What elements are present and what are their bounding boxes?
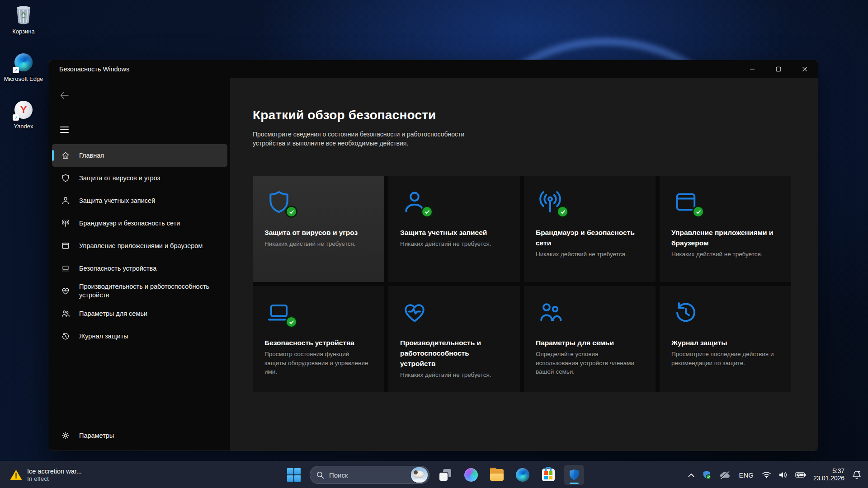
main-content: Краткий обзор безопасности Просмотрите с… bbox=[230, 78, 818, 450]
windows-security-button[interactable] bbox=[564, 465, 584, 485]
sidebar-item-home[interactable]: Главная bbox=[52, 144, 227, 167]
edge-icon: ↗ bbox=[13, 52, 34, 73]
apps-icon bbox=[671, 188, 701, 217]
sidebar-item-laptop[interactable]: Безопасность устройства bbox=[52, 257, 227, 280]
tray-overflow-chevron[interactable] bbox=[686, 466, 696, 484]
security-card-shield[interactable]: Защита от вирусов и угрозНикаких действи… bbox=[253, 176, 384, 282]
page-title: Краткий обзор безопасности bbox=[253, 108, 818, 122]
security-card-apps[interactable]: Управление приложениями и браузеромНикак… bbox=[660, 176, 791, 282]
microsoft-store-button[interactable] bbox=[538, 465, 558, 485]
system-tray: ENG 5:37 23.01.2026 bbox=[686, 461, 863, 488]
shortcut-arrow-icon: ↗ bbox=[13, 67, 19, 73]
desktop-icon-yandex[interactable]: Y ↗ Yandex bbox=[3, 99, 44, 130]
desktop-icon-recycle-bin[interactable]: Корзина bbox=[3, 5, 44, 35]
sidebar-item-label: Защита от вирусов и угроз bbox=[79, 174, 160, 183]
maximize-button[interactable] bbox=[765, 60, 792, 78]
start-button[interactable] bbox=[284, 465, 304, 485]
search-highlight-image[interactable] bbox=[411, 467, 428, 483]
clock[interactable]: 5:37 23.01.2026 bbox=[811, 468, 846, 483]
edge-icon bbox=[516, 468, 529, 482]
card-title: Журнал защиты bbox=[671, 338, 774, 348]
page-description: Просмотрите сведения о состоянии безопас… bbox=[253, 130, 469, 148]
desktop-icon-microsoft-edge[interactable]: ↗ Microsoft Edge bbox=[3, 52, 44, 82]
security-card-person[interactable]: Защита учетных записейНикаких действий н… bbox=[388, 176, 520, 282]
task-view-button[interactable] bbox=[435, 465, 455, 485]
security-card-history[interactable]: Журнал защитыПросмотрите последние дейст… bbox=[660, 286, 791, 392]
card-subtitle: Никаких действий не требуется. bbox=[400, 239, 504, 249]
sidebar-item-family[interactable]: Параметры для семьи bbox=[52, 302, 227, 325]
window-title: Безопасность Windows bbox=[59, 66, 129, 73]
notifications-bell-icon[interactable] bbox=[850, 466, 863, 484]
sidebar-item-shield[interactable]: Защита от вирусов и угроз bbox=[52, 167, 227, 189]
window-controls bbox=[739, 60, 818, 78]
card-title: Управление приложениями и браузером bbox=[671, 227, 774, 248]
sidebar-item-apps[interactable]: Управление приложениями и браузером bbox=[52, 235, 227, 257]
edge-button[interactable] bbox=[513, 465, 533, 485]
menu-toggle-button[interactable] bbox=[60, 124, 73, 135]
battery-icon[interactable] bbox=[793, 466, 808, 484]
selected-accent-bar bbox=[52, 150, 54, 161]
desktop-icon-label: Microsoft Edge bbox=[4, 75, 43, 82]
security-card-heart[interactable]: Производительность и работоспособность у… bbox=[388, 286, 520, 392]
sidebar-item-label: Брандмауэр и безопасность сети bbox=[79, 219, 180, 228]
widget-status: In effect bbox=[27, 475, 82, 482]
desktop-icon-column: Корзина ↗ Microsoft Edge Y ↗ Yandex bbox=[3, 5, 44, 130]
sidebar-item-label: Безопасность устройства bbox=[79, 264, 156, 273]
recycle-bin-icon bbox=[13, 5, 34, 25]
language-indicator[interactable]: ENG bbox=[736, 471, 756, 479]
desktop-icon-label: Корзина bbox=[12, 28, 35, 35]
person-icon bbox=[61, 196, 71, 206]
sidebar-item-settings[interactable]: Параметры bbox=[52, 425, 227, 446]
sidebar-item-antenna[interactable]: Брандмауэр и безопасность сети bbox=[52, 212, 227, 235]
window-titlebar[interactable]: Безопасность Windows bbox=[49, 60, 818, 78]
sidebar-item-label: Главная bbox=[79, 151, 104, 160]
sidebar-nav: ГлавнаяЗащита от вирусов и угрозЗащита у… bbox=[49, 144, 230, 347]
copilot-icon bbox=[464, 468, 478, 482]
shield-icon bbox=[61, 173, 71, 183]
card-title: Параметры для семьи bbox=[536, 338, 639, 348]
store-icon bbox=[542, 469, 555, 481]
search-input[interactable]: Поиск bbox=[310, 466, 429, 484]
tray-date: 23.01.2026 bbox=[813, 475, 844, 483]
wifi-icon[interactable] bbox=[760, 466, 773, 484]
apps-icon bbox=[61, 241, 71, 251]
security-card-family[interactable]: Параметры для семьиОпределяйте условия и… bbox=[524, 286, 656, 392]
card-subtitle: Просмотрите последние действия и рекомен… bbox=[671, 350, 775, 367]
warning-icon bbox=[10, 469, 22, 480]
tray-time: 5:37 bbox=[813, 468, 844, 475]
yandex-icon: Y ↗ bbox=[13, 99, 34, 120]
minimize-button[interactable] bbox=[739, 60, 765, 78]
volume-icon[interactable] bbox=[777, 466, 790, 484]
family-icon bbox=[61, 309, 71, 319]
weather-widget[interactable]: Ice accretion war... In effect bbox=[6, 461, 85, 488]
card-subtitle: Никаких действий не требуется. bbox=[536, 250, 640, 259]
security-card-antenna[interactable]: Брандмауэр и безопасность сетиНикаких де… bbox=[524, 176, 656, 282]
person-icon bbox=[400, 188, 430, 217]
card-subtitle: Никаких действий не требуется. bbox=[400, 371, 504, 380]
back-button[interactable] bbox=[60, 90, 73, 101]
security-tray-icon[interactable] bbox=[700, 466, 713, 484]
shield-icon bbox=[264, 188, 294, 217]
card-subtitle: Никаких действий не требуется. bbox=[264, 239, 368, 249]
status-ok-badge bbox=[421, 206, 433, 218]
sidebar-item-person[interactable]: Защита учетных записей bbox=[52, 189, 227, 212]
history-icon bbox=[61, 331, 71, 341]
history-icon bbox=[671, 298, 701, 328]
copilot-button[interactable] bbox=[461, 465, 481, 485]
antenna-icon bbox=[61, 218, 71, 228]
file-explorer-button[interactable] bbox=[487, 465, 507, 485]
search-placeholder: Поиск bbox=[329, 471, 411, 479]
taskbar-center: Поиск bbox=[284, 461, 584, 488]
laptop-icon bbox=[61, 263, 71, 273]
security-card-laptop[interactable]: Безопасность устройстваПросмотр состояни… bbox=[253, 286, 384, 392]
antenna-icon bbox=[536, 188, 566, 217]
sidebar-item-heart[interactable]: Производительность и работоспособность у… bbox=[52, 280, 227, 302]
windows-logo-icon bbox=[287, 468, 301, 482]
sidebar-item-label: Защита учетных записей bbox=[79, 197, 155, 205]
sidebar-item-label: Управление приложениями и браузером bbox=[79, 242, 203, 250]
sidebar-item-label: Параметры bbox=[79, 432, 114, 440]
status-ok-badge bbox=[692, 206, 704, 218]
onedrive-paused-icon[interactable] bbox=[717, 466, 732, 484]
sidebar-item-history[interactable]: Журнал защиты bbox=[52, 325, 227, 347]
close-button[interactable] bbox=[792, 60, 818, 78]
